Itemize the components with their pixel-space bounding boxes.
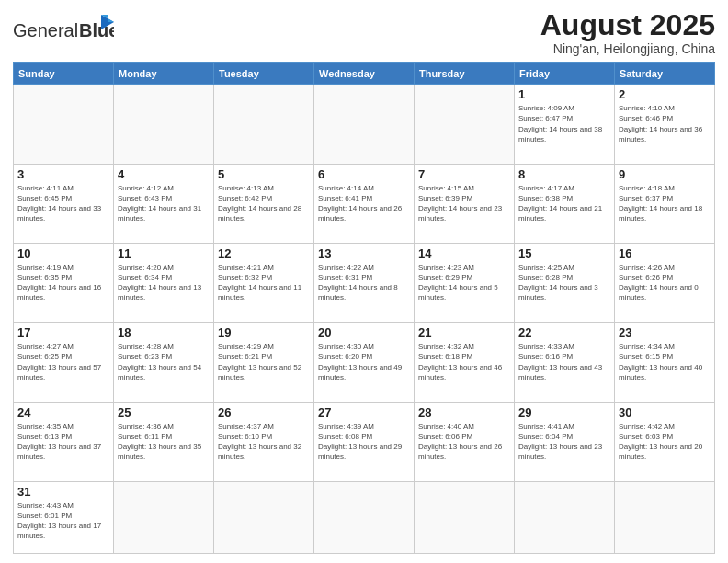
- calendar-cell: 29Sunrise: 4:41 AM Sunset: 6:04 PM Dayli…: [515, 402, 615, 481]
- day-info: Sunrise: 4:18 AM Sunset: 6:37 PM Dayligh…: [619, 183, 711, 224]
- day-info: Sunrise: 4:36 AM Sunset: 6:11 PM Dayligh…: [118, 421, 210, 463]
- calendar-cell: [314, 85, 415, 164]
- page: General Blue August 2025 Ning'an, Heilon…: [0, 0, 728, 563]
- calendar-cell: [314, 481, 415, 553]
- calendar-cell: 16Sunrise: 4:26 AM Sunset: 6:26 PM Dayli…: [615, 243, 715, 322]
- day-number: 29: [518, 406, 610, 419]
- calendar-cell: 1Sunrise: 4:09 AM Sunset: 6:47 PM Daylig…: [515, 85, 615, 164]
- day-info: Sunrise: 4:33 AM Sunset: 6:16 PM Dayligh…: [518, 341, 610, 383]
- day-number: 4: [118, 167, 210, 181]
- day-number: 22: [518, 326, 610, 339]
- calendar-cell: 23Sunrise: 4:34 AM Sunset: 6:15 PM Dayli…: [615, 323, 715, 402]
- day-info: Sunrise: 4:13 AM Sunset: 6:42 PM Dayligh…: [218, 183, 310, 224]
- calendar-cell: 22Sunrise: 4:33 AM Sunset: 6:16 PM Dayli…: [515, 323, 615, 402]
- calendar-cell: 6Sunrise: 4:14 AM Sunset: 6:41 PM Daylig…: [314, 164, 415, 243]
- weekday-header-row: SundayMondayTuesdayWednesdayThursdayFrid…: [14, 63, 715, 85]
- calendar-cell: 12Sunrise: 4:21 AM Sunset: 6:32 PM Dayli…: [214, 243, 314, 322]
- day-number: 6: [318, 167, 410, 181]
- day-number: 14: [418, 247, 510, 260]
- calendar-cell: [615, 481, 715, 553]
- day-info: Sunrise: 4:19 AM Sunset: 6:35 PM Dayligh…: [17, 262, 109, 304]
- day-info: Sunrise: 4:11 AM Sunset: 6:45 PM Dayligh…: [17, 183, 109, 224]
- day-info: Sunrise: 4:35 AM Sunset: 6:13 PM Dayligh…: [17, 421, 109, 463]
- title-block: August 2025 Ning'an, Heilongjiang, China: [540, 9, 715, 56]
- day-info: Sunrise: 4:20 AM Sunset: 6:34 PM Dayligh…: [118, 262, 210, 304]
- calendar-cell: 13Sunrise: 4:22 AM Sunset: 6:31 PM Dayli…: [314, 243, 415, 322]
- day-number: 31: [17, 485, 109, 499]
- weekday-header-monday: Monday: [114, 63, 214, 85]
- calendar-cell: 3Sunrise: 4:11 AM Sunset: 6:45 PM Daylig…: [14, 164, 114, 243]
- calendar-cell: [114, 85, 214, 164]
- day-number: 7: [418, 167, 510, 181]
- day-info: Sunrise: 4:10 AM Sunset: 6:46 PM Dayligh…: [619, 103, 711, 144]
- calendar-cell: 7Sunrise: 4:15 AM Sunset: 6:39 PM Daylig…: [415, 164, 515, 243]
- calendar-cell: [14, 85, 114, 164]
- calendar-cell: 8Sunrise: 4:17 AM Sunset: 6:38 PM Daylig…: [515, 164, 615, 243]
- day-info: Sunrise: 4:39 AM Sunset: 6:08 PM Dayligh…: [318, 421, 410, 463]
- calendar-cell: 31Sunrise: 4:43 AM Sunset: 6:01 PM Dayli…: [14, 481, 114, 553]
- calendar-cell: 24Sunrise: 4:35 AM Sunset: 6:13 PM Dayli…: [14, 402, 114, 481]
- calendar-cell: [515, 481, 615, 553]
- calendar-cell: 27Sunrise: 4:39 AM Sunset: 6:08 PM Dayli…: [314, 402, 415, 481]
- day-info: Sunrise: 4:09 AM Sunset: 6:47 PM Dayligh…: [518, 103, 610, 144]
- calendar-cell: 20Sunrise: 4:30 AM Sunset: 6:20 PM Dayli…: [314, 323, 415, 402]
- calendar-cell: 30Sunrise: 4:42 AM Sunset: 6:03 PM Dayli…: [615, 402, 715, 481]
- month-title: August 2025: [540, 9, 715, 41]
- day-number: 28: [418, 406, 510, 419]
- day-number: 25: [118, 406, 210, 419]
- day-info: Sunrise: 4:43 AM Sunset: 6:01 PM Dayligh…: [17, 500, 109, 542]
- calendar-cell: 11Sunrise: 4:20 AM Sunset: 6:34 PM Dayli…: [114, 243, 214, 322]
- week-row-5: 31Sunrise: 4:43 AM Sunset: 6:01 PM Dayli…: [14, 481, 715, 553]
- calendar-cell: 4Sunrise: 4:12 AM Sunset: 6:43 PM Daylig…: [114, 164, 214, 243]
- logo-text: General Blue: [13, 13, 114, 52]
- day-number: 24: [17, 406, 109, 419]
- calendar-table: SundayMondayTuesdayWednesdayThursdayFrid…: [13, 62, 715, 554]
- calendar-cell: 9Sunrise: 4:18 AM Sunset: 6:37 PM Daylig…: [615, 164, 715, 243]
- day-number: 26: [218, 406, 310, 419]
- day-number: 20: [318, 326, 410, 339]
- day-number: 2: [619, 87, 711, 101]
- day-number: 15: [518, 247, 610, 260]
- day-info: Sunrise: 4:25 AM Sunset: 6:28 PM Dayligh…: [518, 262, 610, 304]
- calendar-cell: 2Sunrise: 4:10 AM Sunset: 6:46 PM Daylig…: [615, 85, 715, 164]
- weekday-header-saturday: Saturday: [615, 63, 715, 85]
- calendar-cell: 26Sunrise: 4:37 AM Sunset: 6:10 PM Dayli…: [214, 402, 314, 481]
- day-number: 9: [619, 167, 711, 181]
- day-number: 27: [318, 406, 410, 419]
- calendar-cell: 10Sunrise: 4:19 AM Sunset: 6:35 PM Dayli…: [14, 243, 114, 322]
- day-info: Sunrise: 4:26 AM Sunset: 6:26 PM Dayligh…: [619, 262, 711, 304]
- day-number: 23: [619, 326, 711, 339]
- day-number: 17: [17, 326, 109, 339]
- week-row-3: 17Sunrise: 4:27 AM Sunset: 6:25 PM Dayli…: [14, 323, 715, 402]
- day-info: Sunrise: 4:41 AM Sunset: 6:04 PM Dayligh…: [518, 421, 610, 463]
- day-info: Sunrise: 4:28 AM Sunset: 6:23 PM Dayligh…: [118, 341, 210, 383]
- calendar-cell: 19Sunrise: 4:29 AM Sunset: 6:21 PM Dayli…: [214, 323, 314, 402]
- day-number: 19: [218, 326, 310, 339]
- day-info: Sunrise: 4:34 AM Sunset: 6:15 PM Dayligh…: [619, 341, 711, 383]
- day-info: Sunrise: 4:22 AM Sunset: 6:31 PM Dayligh…: [318, 262, 410, 304]
- day-info: Sunrise: 4:17 AM Sunset: 6:38 PM Dayligh…: [518, 183, 610, 224]
- day-info: Sunrise: 4:14 AM Sunset: 6:41 PM Dayligh…: [318, 183, 410, 224]
- day-info: Sunrise: 4:32 AM Sunset: 6:18 PM Dayligh…: [418, 341, 510, 383]
- calendar-cell: 15Sunrise: 4:25 AM Sunset: 6:28 PM Dayli…: [515, 243, 615, 322]
- weekday-header-sunday: Sunday: [14, 63, 114, 85]
- day-number: 16: [619, 247, 711, 260]
- week-row-0: 1Sunrise: 4:09 AM Sunset: 6:47 PM Daylig…: [14, 85, 715, 164]
- week-row-2: 10Sunrise: 4:19 AM Sunset: 6:35 PM Dayli…: [14, 243, 715, 322]
- day-number: 21: [418, 326, 510, 339]
- day-number: 3: [17, 167, 109, 181]
- day-info: Sunrise: 4:21 AM Sunset: 6:32 PM Dayligh…: [218, 262, 310, 304]
- day-number: 1: [518, 87, 610, 101]
- header: General Blue August 2025 Ning'an, Heilon…: [13, 9, 715, 56]
- calendar-cell: [415, 481, 515, 553]
- weekday-header-wednesday: Wednesday: [314, 63, 415, 85]
- location-title: Ning'an, Heilongjiang, China: [540, 41, 715, 56]
- day-info: Sunrise: 4:23 AM Sunset: 6:29 PM Dayligh…: [418, 262, 510, 304]
- day-number: 10: [17, 247, 109, 260]
- day-number: 5: [218, 167, 310, 181]
- day-number: 13: [318, 247, 410, 260]
- weekday-header-thursday: Thursday: [415, 63, 515, 85]
- calendar-cell: 5Sunrise: 4:13 AM Sunset: 6:42 PM Daylig…: [214, 164, 314, 243]
- calendar-cell: [214, 85, 314, 164]
- week-row-1: 3Sunrise: 4:11 AM Sunset: 6:45 PM Daylig…: [14, 164, 715, 243]
